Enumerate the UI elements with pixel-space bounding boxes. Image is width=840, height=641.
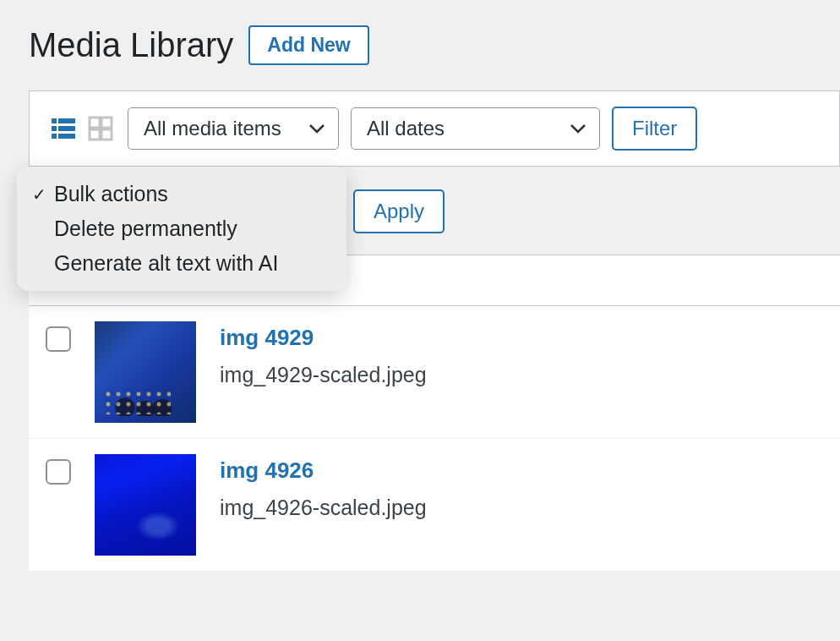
bulk-actions-dropdown: ✓ Bulk actions Delete permanently Genera… xyxy=(17,167,346,291)
media-thumbnail[interactable] xyxy=(95,454,196,556)
media-filename: img_4929-scaled.jpeg xyxy=(220,363,427,387)
svg-rect-1 xyxy=(58,118,75,123)
filter-panel: All media items All dates Filter xyxy=(29,90,840,167)
page-header: Media Library Add New xyxy=(0,0,840,90)
list-view-button[interactable] xyxy=(48,113,79,144)
svg-rect-6 xyxy=(90,118,100,128)
date-select[interactable]: All dates xyxy=(351,107,600,150)
table-row: img 4926 img_4926-scaled.jpeg xyxy=(29,439,840,572)
dropdown-item-label: Delete permanently xyxy=(54,216,237,241)
bulk-option-delete-permanently[interactable]: Delete permanently xyxy=(17,211,346,246)
add-new-button[interactable]: Add New xyxy=(248,25,368,65)
apply-button[interactable]: Apply xyxy=(353,189,445,233)
svg-rect-4 xyxy=(52,134,57,139)
dropdown-item-label: Bulk actions xyxy=(54,182,168,206)
check-icon: ✓ xyxy=(32,184,54,205)
grid-view-button[interactable] xyxy=(85,113,116,144)
media-type-select[interactable]: All media items xyxy=(128,107,339,150)
row-checkbox[interactable] xyxy=(46,326,71,352)
bulk-actions-row: Apply ✓ Bulk actions Delete permanently … xyxy=(29,167,840,255)
bulk-option-generate-alt-text[interactable]: Generate alt text with AI xyxy=(17,246,346,281)
media-title-link[interactable]: img 4926 xyxy=(220,457,427,484)
dropdown-item-label: Generate alt text with AI xyxy=(54,251,278,276)
media-filename: img_4926-scaled.jpeg xyxy=(220,496,427,520)
media-meta: img 4929 img_4929-scaled.jpeg xyxy=(220,321,427,387)
svg-rect-9 xyxy=(101,129,112,140)
svg-rect-5 xyxy=(58,134,75,139)
media-meta: img 4926 img_4926-scaled.jpeg xyxy=(220,454,427,520)
svg-rect-3 xyxy=(58,126,75,131)
table-row: img 4929 img_4929-scaled.jpeg xyxy=(29,306,840,439)
svg-rect-2 xyxy=(52,126,57,131)
svg-rect-0 xyxy=(52,118,57,123)
media-table: img 4929 img_4929-scaled.jpeg img 4926 i… xyxy=(29,255,840,572)
media-type-select-wrap: All media items xyxy=(128,107,339,150)
media-title-link[interactable]: img 4929 xyxy=(220,325,427,351)
row-checkbox[interactable] xyxy=(46,459,71,485)
view-toggle xyxy=(48,113,116,144)
list-view-icon xyxy=(50,115,77,142)
media-thumbnail[interactable] xyxy=(95,321,196,423)
filter-button[interactable]: Filter xyxy=(612,107,697,151)
grid-view-icon xyxy=(87,115,114,142)
svg-rect-7 xyxy=(101,118,112,128)
page-title: Media Library xyxy=(29,26,233,64)
svg-rect-8 xyxy=(90,129,100,140)
date-select-wrap: All dates xyxy=(351,107,600,150)
bulk-option-bulk-actions[interactable]: ✓ Bulk actions xyxy=(17,177,346,211)
